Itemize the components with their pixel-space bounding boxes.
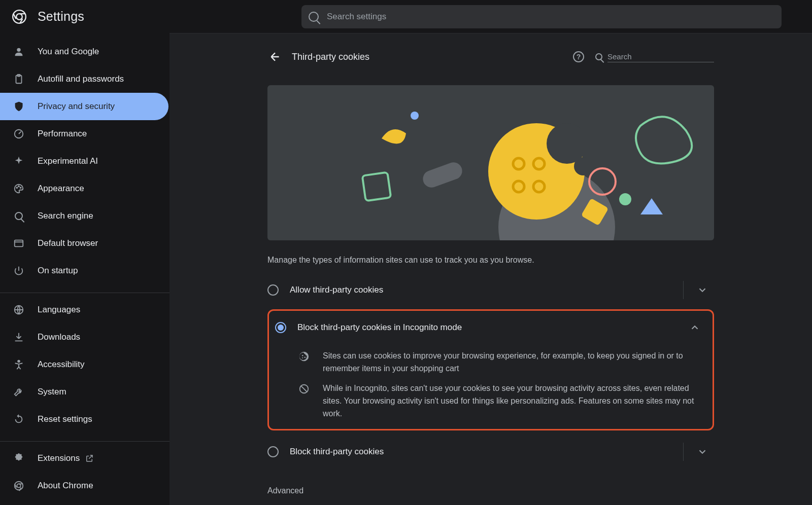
chevron-down-icon[interactable] — [697, 284, 708, 296]
wrench-icon — [13, 386, 24, 398]
sidebar-item-appearance[interactable]: Appearance — [0, 175, 170, 202]
back-button[interactable] — [267, 49, 283, 64]
sidebar-item-label: About Chrome — [38, 481, 93, 491]
sidebar-item-label: Search engine — [38, 211, 93, 221]
puzzle-icon — [13, 453, 24, 464]
sidebar-item-experimental-ai[interactable]: Experimental AI — [0, 148, 170, 175]
sidebar-item-autofill[interactable]: Autofill and passwords — [0, 65, 170, 93]
block-icon — [298, 383, 310, 394]
sidebar-item-label: Default browser — [38, 238, 98, 248]
svg-point-30 — [302, 357, 303, 358]
sidebar-item-label: Downloads — [38, 332, 80, 342]
cookie-option-block-incognito[interactable]: Block third-party cookies in Incognito m… — [275, 313, 706, 342]
option-detail-text: Sites can use cookies to improve your br… — [323, 349, 706, 375]
chevron-down-icon[interactable] — [697, 446, 708, 457]
svg-point-25 — [589, 168, 616, 195]
sidebar-item-extensions[interactable]: Extensions — [0, 445, 170, 472]
svg-point-6 — [16, 187, 17, 188]
svg-rect-9 — [15, 240, 23, 247]
content-area: Third-party cookies ? — [170, 33, 812, 505]
page-title: Third-party cookies — [292, 52, 369, 62]
svg-point-1 — [16, 14, 22, 20]
svg-point-13 — [17, 484, 20, 487]
sidebar-item-label: Appearance — [38, 184, 84, 194]
sidebar-item-about-chrome[interactable]: About Chrome — [0, 472, 170, 499]
reset-icon — [13, 414, 24, 425]
svg-point-8 — [20, 187, 21, 188]
cookie-option-label: Allow third-party cookies — [290, 285, 383, 295]
search-icon — [309, 12, 319, 22]
person-icon — [13, 46, 24, 57]
top-bar: Settings — [0, 0, 812, 33]
sidebar-item-label: Extensions — [38, 453, 80, 463]
sidebar: You and Google Autofill and passwords Pr… — [0, 33, 170, 505]
top-search-input[interactable] — [326, 11, 774, 22]
option-detail-text: While in Incognito, sites can't use your… — [323, 382, 706, 420]
option-detail: While in Incognito, sites can't use your… — [275, 382, 706, 420]
sidebar-divider — [0, 293, 170, 293]
sidebar-item-performance[interactable]: Performance — [0, 120, 170, 148]
advanced-section-heading: Advanced — [267, 486, 714, 495]
svg-point-22 — [411, 112, 419, 120]
help-icon[interactable]: ? — [573, 51, 584, 62]
sidebar-item-label: Accessibility — [38, 359, 85, 370]
sidebar-item-accessibility[interactable]: Accessibility — [0, 351, 170, 378]
window-icon — [13, 238, 24, 249]
option-detail: Sites can use cookies to improve your br… — [275, 349, 706, 375]
inpage-search[interactable] — [595, 51, 714, 62]
gauge-icon — [13, 128, 24, 139]
sidebar-item-downloads[interactable]: Downloads — [0, 323, 170, 351]
cookie-option-label: Block third-party cookies in Incognito m… — [297, 322, 462, 333]
svg-point-26 — [619, 193, 631, 205]
sidebar-item-privacy[interactable]: Privacy and security — [0, 93, 168, 120]
sidebar-item-label: Reset settings — [38, 414, 92, 424]
svg-point-28 — [302, 355, 303, 356]
row-divider — [683, 443, 684, 461]
sidebar-item-languages[interactable]: Languages — [0, 296, 170, 323]
sidebar-item-label: System — [38, 387, 66, 397]
cookie-option-block-all[interactable]: Block third-party cookies — [267, 436, 714, 468]
globe-icon — [13, 304, 24, 315]
svg-rect-23 — [362, 172, 391, 201]
cookie-option-allow[interactable]: Allow third-party cookies — [267, 274, 714, 306]
sidebar-divider — [0, 441, 170, 442]
sidebar-item-label: Privacy and security — [38, 101, 115, 112]
sidebar-item-you-and-google[interactable]: You and Google — [0, 38, 170, 65]
radio-icon — [275, 322, 286, 333]
cookie-icon — [298, 351, 310, 362]
cookie-option-label: Block third-party cookies — [290, 447, 384, 457]
page-header: Third-party cookies ? — [267, 45, 714, 69]
row-divider — [683, 281, 684, 299]
external-link-icon — [85, 454, 94, 463]
sidebar-item-system[interactable]: System — [0, 378, 170, 406]
radio-icon — [267, 284, 279, 296]
sidebar-item-default-browser[interactable]: Default browser — [0, 230, 170, 257]
inpage-search-input[interactable] — [607, 51, 714, 62]
clipboard-icon — [13, 74, 24, 85]
download-icon — [13, 332, 24, 343]
shield-icon — [13, 101, 24, 112]
top-search[interactable] — [301, 5, 782, 28]
chevron-up-icon[interactable] — [689, 322, 700, 333]
sidebar-item-label: On startup — [38, 266, 78, 276]
search-icon — [595, 53, 602, 60]
sidebar-item-search-engine[interactable]: Search engine — [0, 202, 170, 230]
sidebar-item-label: Performance — [38, 129, 87, 139]
chrome-icon — [13, 480, 24, 491]
svg-point-2 — [17, 48, 20, 52]
svg-point-7 — [18, 186, 19, 187]
svg-rect-24 — [421, 160, 465, 190]
svg-point-29 — [304, 357, 306, 358]
sidebar-item-label: Languages — [38, 305, 80, 315]
sparkle-icon — [13, 156, 24, 167]
sidebar-item-reset[interactable]: Reset settings — [0, 406, 170, 433]
sidebar-item-label: You and Google — [38, 47, 99, 57]
svg-point-17 — [574, 157, 592, 175]
svg-point-11 — [18, 360, 20, 363]
sidebar-item-on-startup[interactable]: On startup — [0, 257, 170, 284]
sidebar-item-label: Experimental AI — [38, 156, 98, 166]
power-icon — [13, 265, 24, 276]
app-title: Settings — [38, 9, 84, 24]
palette-icon — [13, 183, 24, 194]
search-icon — [13, 210, 24, 222]
